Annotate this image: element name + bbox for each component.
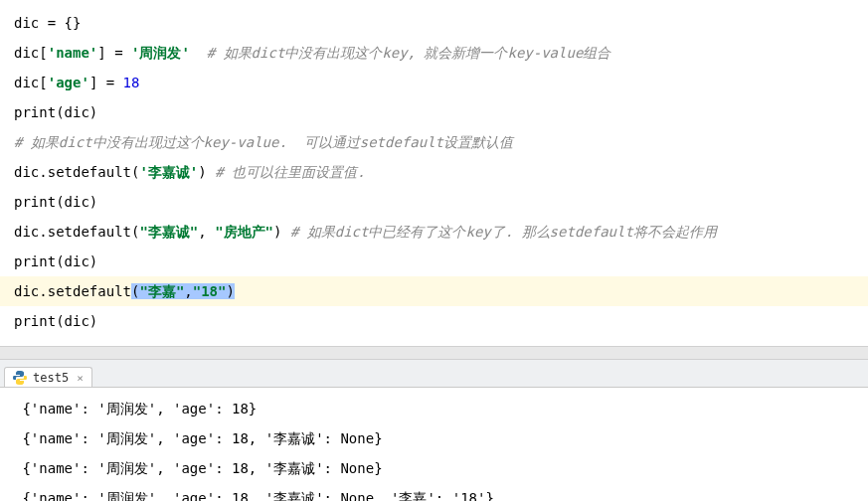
code-token: 'age' (48, 75, 89, 90)
tab-test5[interactable]: test5 × (4, 367, 92, 387)
code-line[interactable]: print(dic) (0, 97, 868, 127)
code-token: # 如果dict中没有出现过这个key-value. 可以通过setdefaul… (14, 134, 513, 150)
output-line: {'name': '周润发', 'age': 18, '李嘉诚': None} (0, 453, 868, 483)
code-token: dic.setdefault (14, 283, 131, 299)
output-panel[interactable]: {'name': '周润发', 'age': 18} {'name': '周润发… (0, 388, 868, 501)
code-token: ) (198, 164, 215, 180)
code-line[interactable]: dic.setdefault("李嘉","18") (0, 276, 868, 306)
code-line[interactable]: # 如果dict中没有出现过这个key-value. 可以通过setdefaul… (0, 127, 868, 157)
code-token: dic = {} (14, 15, 81, 31)
close-icon[interactable]: × (77, 372, 84, 385)
code-token: "李嘉" (139, 283, 184, 299)
code-token: ) (273, 224, 290, 240)
code-token: print(dic) (14, 253, 97, 269)
code-token: 'name' (48, 45, 98, 61)
code-line[interactable]: dic = {} (0, 8, 868, 38)
code-token: dic.setdefault( (14, 164, 139, 180)
code-token: ] = (89, 75, 123, 90)
code-editor[interactable]: dic = {}dic['name'] = '周润发' # 如果dict中没有出… (0, 0, 868, 336)
code-token: # 如果dict中已经有了这个key了. 那么setdefault将不会起作用 (290, 224, 717, 240)
code-token: dic[ (14, 75, 48, 90)
code-token: 18 (123, 75, 140, 90)
tab-label: test5 (33, 371, 69, 385)
code-line[interactable]: dic.setdefault("李嘉诚", "房地产") # 如果dict中已经… (0, 217, 868, 247)
code-token: dic[ (14, 45, 48, 61)
code-token: ] = (97, 45, 131, 61)
code-token: print(dic) (14, 313, 97, 329)
code-line[interactable]: print(dic) (0, 187, 868, 217)
code-token: "李嘉诚" (139, 224, 198, 240)
panel-separator[interactable] (0, 346, 868, 360)
code-line[interactable]: dic.setdefault('李嘉诚') # 也可以往里面设置值. (0, 157, 868, 187)
output-line: {'name': '周润发', 'age': 18, '李嘉诚': None} (0, 423, 868, 453)
editor-padding (0, 336, 868, 346)
code-line[interactable]: dic['age'] = 18 (0, 68, 868, 97)
code-token: '李嘉诚' (139, 164, 198, 180)
code-token: , (184, 283, 192, 299)
code-token (190, 45, 207, 61)
code-token: # 如果dict中没有出现这个key, 就会新增一个key-value组合 (207, 45, 611, 61)
code-token: "18" (193, 283, 227, 299)
output-line: {'name': '周润发', 'age': 18} (0, 394, 868, 423)
code-token: dic.setdefault( (14, 224, 139, 240)
output-tab-bar: test5 × (0, 360, 868, 388)
code-line[interactable]: dic['name'] = '周润发' # 如果dict中没有出现这个key, … (0, 38, 868, 68)
code-token: print(dic) (14, 194, 97, 210)
code-token: '周润发' (131, 45, 190, 61)
code-token: ) (226, 283, 234, 299)
code-token: , (198, 224, 215, 240)
python-file-icon (13, 371, 27, 385)
code-line[interactable]: print(dic) (0, 306, 868, 336)
code-token: # 也可以往里面设置值. (215, 164, 365, 180)
code-line[interactable]: print(dic) (0, 247, 868, 276)
code-token: "房地产" (215, 224, 273, 240)
output-line: {'name': '周润发', 'age': 18, '李嘉诚': None, … (0, 483, 868, 501)
code-token: print(dic) (14, 104, 97, 120)
